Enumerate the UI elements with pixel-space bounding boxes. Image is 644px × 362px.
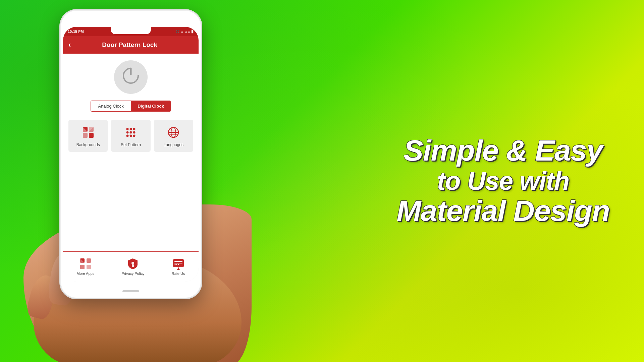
set-pattern-icon xyxy=(123,125,138,140)
svg-point-15 xyxy=(129,135,132,137)
phone-frame: 10:15 PM 🎧 ▲ ▲▲ ▊ ‹ Door Pattern Lock xyxy=(60,10,201,298)
languages-label: Languages xyxy=(164,142,183,148)
status-icons: 🎧 ▲ ▲▲ ▊ xyxy=(176,30,194,33)
rate-us-nav-item[interactable]: Rate Us xyxy=(172,257,185,276)
bottom-nav: More Apps Privacy Policy xyxy=(63,251,199,282)
analog-clock-button[interactable]: Analog Clock xyxy=(91,101,131,111)
app-title: Door Pattern Lock xyxy=(76,41,183,49)
svg-marker-35 xyxy=(177,267,180,270)
backgrounds-label: Backgrounds xyxy=(76,142,100,148)
svg-point-14 xyxy=(126,135,128,137)
tagline-line-3: Material Design xyxy=(389,195,617,228)
privacy-policy-nav-item[interactable]: Privacy Policy xyxy=(121,257,144,276)
phone-notch xyxy=(111,27,151,34)
digital-clock-button[interactable]: Digital Clock xyxy=(131,101,171,111)
svg-rect-30 xyxy=(174,261,182,262)
svg-point-34 xyxy=(178,264,179,265)
scene: 10:15 PM 🎧 ▲ ▲▲ ▊ ‹ Door Pattern Lock xyxy=(0,0,644,362)
tagline-line-2: to Use with xyxy=(389,167,617,195)
battery-icon: ▊ xyxy=(192,30,194,33)
status-time: 10:15 PM xyxy=(68,29,84,34)
svg-point-16 xyxy=(133,135,135,137)
rate-us-icon xyxy=(172,257,185,270)
headphone-icon: 🎧 xyxy=(176,30,179,33)
more-apps-icon xyxy=(79,257,92,270)
svg-point-8 xyxy=(126,128,128,130)
backgrounds-icon xyxy=(81,125,96,140)
languages-icon xyxy=(166,125,181,140)
power-icon xyxy=(122,67,140,87)
svg-point-13 xyxy=(133,131,135,134)
svg-point-12 xyxy=(129,131,132,134)
svg-rect-28 xyxy=(132,264,134,267)
privacy-policy-label: Privacy Policy xyxy=(121,272,144,276)
backgrounds-button[interactable]: Backgrounds xyxy=(68,120,108,152)
more-apps-nav-item[interactable]: More Apps xyxy=(77,257,95,276)
svg-point-10 xyxy=(133,128,135,130)
svg-rect-24 xyxy=(80,265,85,269)
svg-rect-23 xyxy=(87,258,91,263)
phone-mockup: 10:15 PM 🎧 ▲ ▲▲ ▊ ‹ Door Pattern Lock xyxy=(44,3,231,359)
clock-toggle[interactable]: Analog Clock Digital Clock xyxy=(91,101,171,112)
privacy-policy-icon xyxy=(126,257,139,270)
signal-icon: ▲▲ xyxy=(184,30,191,33)
rate-us-label: Rate Us xyxy=(172,272,185,276)
grid-buttons: Backgrounds xyxy=(68,120,193,152)
svg-rect-31 xyxy=(174,263,182,263)
svg-point-33 xyxy=(176,264,177,265)
set-pattern-label: Set Pattern xyxy=(121,142,141,148)
back-button[interactable]: ‹ xyxy=(68,41,71,49)
languages-button[interactable]: Languages xyxy=(154,120,193,152)
phone-home-indicator xyxy=(122,290,139,292)
app-header: ‹ Door Pattern Lock xyxy=(63,36,199,54)
svg-point-11 xyxy=(126,131,128,134)
svg-point-9 xyxy=(129,128,132,130)
phone-screen: 10:15 PM 🎧 ▲ ▲▲ ▊ ‹ Door Pattern Lock xyxy=(63,27,199,282)
svg-rect-5 xyxy=(89,133,94,138)
more-apps-label: More Apps xyxy=(77,272,95,276)
tagline-line-1: Simple & Easy xyxy=(389,134,617,167)
tagline: Simple & Easy to Use with Material Desig… xyxy=(389,134,617,227)
svg-point-32 xyxy=(174,264,175,265)
screen-content: Analog Clock Digital Clock xyxy=(63,54,199,251)
svg-rect-25 xyxy=(87,265,91,269)
set-pattern-button[interactable]: Set Pattern xyxy=(111,120,150,152)
svg-point-27 xyxy=(131,262,134,264)
power-icon-wrapper xyxy=(114,60,148,94)
svg-rect-4 xyxy=(83,133,88,138)
wifi-icon: ▲ xyxy=(180,30,183,33)
